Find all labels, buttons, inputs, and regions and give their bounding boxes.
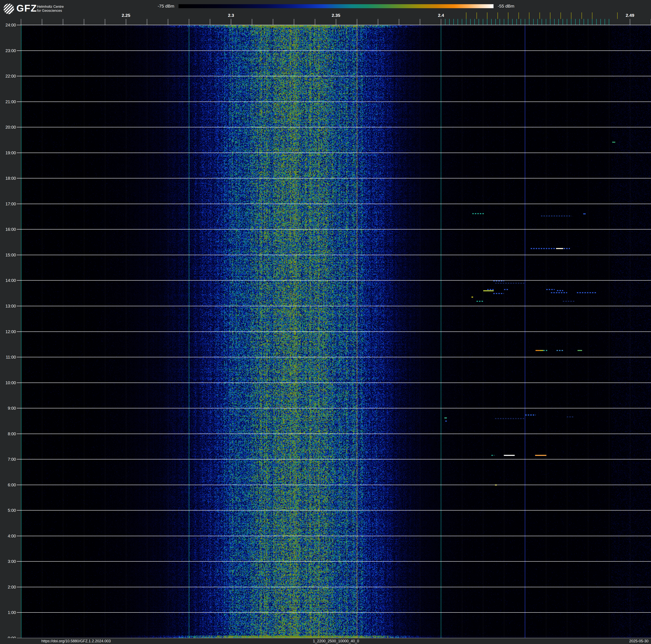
wifi-channel-tick (466, 12, 466, 19)
time-tick-label: 21:00 (0, 99, 16, 104)
rf-burst (504, 289, 509, 290)
wifi-channel-tick (497, 12, 498, 19)
hour-gridline (17, 331, 651, 332)
wifi-channel-tick (508, 12, 508, 19)
hour-gridline (17, 561, 651, 562)
ble-channel-tick (554, 19, 555, 25)
rf-burst (563, 301, 576, 302)
frequency-tick-label: 2.25 (117, 13, 135, 18)
wifi-channel-tick (592, 12, 592, 19)
frequency-minor-tick (63, 19, 63, 25)
rf-burst (476, 301, 484, 302)
frequency-minor-tick (630, 19, 630, 25)
frequency-minor-tick (273, 19, 273, 25)
footer-bar: https://doi.org/10.5880/GFZ.1.2.2024.003… (0, 638, 651, 644)
ble-channel-tick (567, 19, 567, 25)
rf-burst (557, 290, 563, 291)
time-tick-label: 17:00 (0, 202, 16, 206)
wifi-channel-tick (476, 12, 477, 19)
rf-burst (535, 350, 540, 351)
time-tick-label: 14:00 (0, 278, 16, 283)
rf-burst (472, 213, 484, 214)
time-tick-label: 18:00 (0, 176, 16, 180)
ble-channel-tick (466, 19, 466, 25)
ble-channel-tick (478, 19, 479, 25)
ble-channel-tick (571, 19, 571, 25)
ble-channel-tick (546, 19, 546, 25)
colorbar-max-label: -55 dBm (498, 4, 546, 9)
rf-burst (556, 248, 563, 249)
ble-channel-tick (533, 19, 534, 25)
hour-gridline (17, 383, 651, 383)
time-tick-label: 6:00 (0, 482, 16, 487)
colorbar (179, 4, 494, 8)
time-tick-label: 13:00 (0, 304, 16, 308)
rf-burst (612, 142, 615, 143)
hour-gridline (17, 587, 651, 587)
rf-burst (578, 350, 582, 351)
header-bar: GFZ Helmholtz Centre for Geosciences -75… (0, 0, 651, 25)
rf-burst (541, 215, 571, 216)
ble-channel-tick (512, 19, 513, 25)
frequency-minor-tick (105, 19, 105, 25)
capture-date: 2025-05-30 (629, 639, 649, 643)
time-tick-label: 24:00 (0, 23, 16, 27)
ble-channel-tick (529, 19, 529, 25)
time-tick-label: 16:00 (0, 227, 16, 232)
hour-gridline (17, 51, 651, 51)
rf-burst (495, 283, 525, 284)
frequency-minor-tick (189, 19, 189, 25)
ble-channel-tick (517, 19, 517, 25)
time-tick-label: 2:00 (0, 585, 16, 589)
hour-gridline (17, 306, 651, 306)
time-tick-label: 11:00 (0, 355, 16, 359)
ble-channel-tick (558, 19, 559, 25)
rf-burst (445, 420, 447, 421)
logo-name-line1: Helmholtz Centre (37, 5, 64, 9)
rf-burst (577, 292, 597, 293)
ble-channel-tick (487, 19, 488, 25)
time-tick-label: 1:00 (0, 610, 16, 615)
hour-gridline (17, 229, 651, 230)
ble-channel-tick (491, 19, 492, 25)
rf-burst (504, 455, 515, 456)
frequency-minor-tick (168, 19, 168, 25)
time-tick-label: 4:00 (0, 534, 16, 538)
ble-channel-tick (458, 19, 458, 25)
ble-channel-tick (609, 19, 609, 25)
frequency-minor-tick (399, 19, 399, 25)
rf-burst (564, 248, 570, 249)
recording-id: 1_2200_2500_10000_40_0 (21, 639, 651, 643)
frequency-minor-tick (147, 19, 147, 25)
ble-channel-tick (579, 19, 580, 25)
rf-burst (546, 289, 555, 290)
ble-channel-tick (550, 19, 550, 25)
wifi-channel-tick (519, 12, 519, 19)
rf-burst (493, 293, 504, 294)
frequency-minor-tick (21, 19, 21, 25)
time-tick-label: 15:00 (0, 253, 16, 257)
hour-gridline (17, 127, 651, 127)
hour-gridline (17, 612, 651, 613)
time-tick-label: 5:00 (0, 508, 16, 513)
hour-gridline (17, 178, 651, 178)
ble-channel-tick (508, 19, 508, 25)
ble-channel-tick (454, 19, 454, 25)
ble-channel-tick (445, 19, 445, 25)
frequency-minor-tick (126, 19, 126, 25)
ble-channel-tick (462, 19, 462, 25)
ble-channel-tick (504, 19, 504, 25)
hour-gridline (17, 76, 651, 76)
frequency-minor-tick (336, 19, 336, 25)
spectrogram-screen: GFZ Helmholtz Centre for Geosciences -75… (0, 0, 651, 644)
wifi-channel-tick (617, 12, 618, 19)
time-tick-label: 22:00 (0, 74, 16, 79)
frequency-tick-label: 2.35 (327, 13, 345, 18)
hour-gridline (17, 255, 651, 255)
rf-burst (557, 350, 564, 351)
frequency-minor-tick (84, 19, 84, 25)
hour-gridline (17, 280, 651, 281)
frequency-tick-label: 2.3 (222, 13, 241, 18)
hour-gridline (17, 408, 651, 408)
rf-burst (471, 297, 473, 298)
